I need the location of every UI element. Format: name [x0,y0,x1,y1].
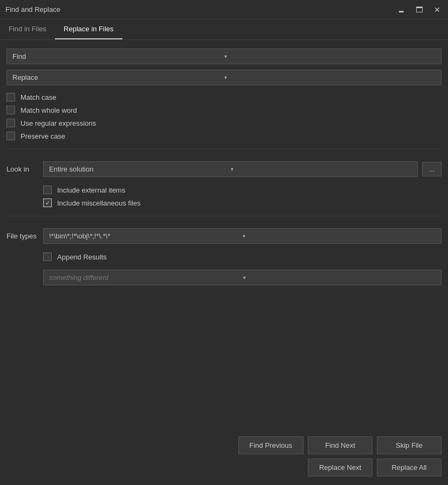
append-results-row[interactable]: Append Results [43,252,442,261]
skip-file-button[interactable]: Skip File [377,436,442,454]
replace-field-value: Replace [12,73,224,81]
file-types-arrow: ▾ [243,233,436,239]
replace-next-button[interactable]: Replace Next [308,459,373,476]
main-content: Find ▾ Replace ▾ Match case Match whole … [0,40,448,431]
close-button[interactable]: ✕ [432,5,443,15]
find-and-replace-window: Find and Replace 🗕 🗖 ✕ Find in Files Rep… [0,0,448,485]
maximize-button[interactable]: 🗖 [413,5,425,15]
include-external-items-row[interactable]: Include external items [43,186,442,194]
something-different-arrow: ▾ [243,275,436,281]
include-external-items-checkbox[interactable] [43,186,52,194]
something-different-placeholder: something different [49,274,243,282]
use-regex-row[interactable]: Use regular expressions [6,119,442,127]
file-types-dropdown[interactable]: !*\bin\*;!*\obj\*;!*\.*\* ▾ [43,228,442,244]
buttons-section: Find Previous Find Next Skip File Replac… [0,431,448,485]
use-regex-checkbox[interactable] [6,119,15,127]
file-types-label: File types [6,232,39,240]
use-regex-label: Use regular expressions [20,119,96,127]
look-in-label: Look in [6,165,39,173]
button-row-1: Find Previous Find Next Skip File [6,436,442,454]
match-case-checkbox[interactable] [6,93,15,101]
replace-dropdown[interactable]: Replace ▾ [6,70,442,85]
title-bar: Find and Replace 🗕 🗖 ✕ [0,0,448,19]
replace-all-button[interactable]: Replace All [377,459,442,476]
append-results-label: Append Results [57,253,107,261]
minimize-button[interactable]: 🗕 [395,5,407,15]
file-types-row: File types !*\bin\*;!*\obj\*;!*\.*\* ▾ [6,228,442,244]
window-title: Find and Replace [5,5,60,13]
match-whole-word-checkbox[interactable] [6,106,15,114]
preserve-case-checkbox[interactable] [6,132,15,140]
title-bar-left: Find and Replace [5,5,60,13]
options-checkboxes: Match case Match whole word Use regular … [6,93,442,140]
something-different-dropdown[interactable]: something different ▾ [43,270,442,285]
preserve-case-row[interactable]: Preserve case [6,132,442,140]
look-in-value: Entire solution [49,165,231,173]
include-external-items-label: Include external items [57,186,125,194]
find-dropdown[interactable]: Find ▾ [6,49,442,64]
look-in-dropdown[interactable]: Entire solution ▾ [43,161,418,177]
replace-dropdown-arrow: ▾ [224,74,436,80]
divider-1 [6,149,442,149]
find-dropdown-arrow: ▾ [224,53,436,59]
include-misc-files-checkbox[interactable] [43,199,52,207]
find-previous-button[interactable]: Find Previous [238,436,304,454]
match-whole-word-row[interactable]: Match whole word [6,106,442,114]
something-different-row: something different ▾ [43,270,442,285]
content-spacer [6,291,442,422]
file-types-value: !*\bin\*;!*\obj\*;!*\.*\* [49,232,243,240]
find-field-value: Find [12,52,224,60]
look-in-arrow: ▾ [231,166,412,172]
title-bar-controls: 🗕 🗖 ✕ [395,5,443,15]
find-next-button[interactable]: Find Next [308,436,373,454]
look-in-checkboxes: Include external items Include miscellan… [43,186,442,207]
match-case-row[interactable]: Match case [6,93,442,101]
match-case-label: Match case [20,93,56,101]
preserve-case-label: Preserve case [20,132,65,140]
include-misc-files-row[interactable]: Include miscellaneous files [43,199,442,207]
match-whole-word-label: Match whole word [20,106,77,114]
tab-replace-in-files[interactable]: Replace in Files [55,19,122,39]
tab-find-in-files[interactable]: Find in Files [0,19,55,39]
button-row-2: Replace Next Replace All [6,459,442,476]
append-results-checkbox[interactable] [43,252,52,261]
look-in-row: Look in Entire solution ▾ ... [6,161,442,177]
look-in-browse-button[interactable]: ... [422,162,442,176]
include-misc-files-label: Include miscellaneous files [57,199,141,207]
divider-2 [6,216,442,216]
tabs-bar: Find in Files Replace in Files [0,19,448,40]
